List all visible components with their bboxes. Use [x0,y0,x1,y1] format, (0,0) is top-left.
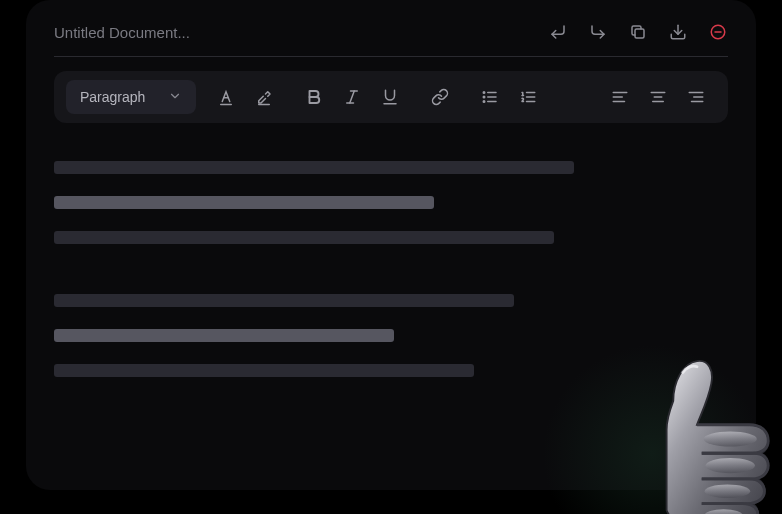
svg-point-31 [705,485,751,498]
italic-icon[interactable] [342,87,362,107]
download-icon[interactable] [668,22,688,42]
text-style-group [294,87,410,107]
paragraph-select-label: Paragraph [80,89,145,105]
text-placeholder-line [54,196,434,209]
text-placeholder-line [54,231,554,244]
svg-point-29 [704,431,757,446]
bullet-list-icon[interactable] [480,87,500,107]
color-group [206,87,284,107]
formatting-toolbar: Paragraph [54,71,728,123]
svg-point-14 [483,92,485,94]
numbered-list-icon[interactable] [518,87,538,107]
svg-line-9 [350,91,355,103]
link-icon[interactable] [430,87,450,107]
close-icon[interactable] [708,22,728,42]
thumbs-up-icon [602,344,782,514]
link-group [420,87,460,107]
header-divider [54,56,728,57]
svg-point-15 [483,96,485,98]
svg-point-30 [706,458,755,473]
chevron-down-icon [168,89,182,106]
copy-icon[interactable] [628,22,648,42]
text-placeholder-line [54,364,474,377]
list-group [470,87,548,107]
align-group [600,87,716,107]
undo-icon[interactable] [548,22,568,42]
align-left-icon[interactable] [610,87,630,107]
bold-icon[interactable] [304,87,324,107]
svg-point-16 [483,101,485,103]
redo-icon[interactable] [588,22,608,42]
underline-icon[interactable] [380,87,400,107]
text-placeholder-line [54,161,574,174]
highlight-icon[interactable] [254,87,274,107]
text-color-icon[interactable] [216,87,236,107]
header-actions [548,22,728,42]
document-title[interactable]: Untitled Document... [54,24,190,41]
paragraph-style-select[interactable]: Paragraph [66,80,196,114]
align-center-icon[interactable] [648,87,668,107]
text-placeholder-line [54,329,394,342]
svg-rect-0 [635,29,644,38]
header-row: Untitled Document... [54,20,728,56]
text-placeholder-line [54,294,514,307]
align-right-icon[interactable] [686,87,706,107]
